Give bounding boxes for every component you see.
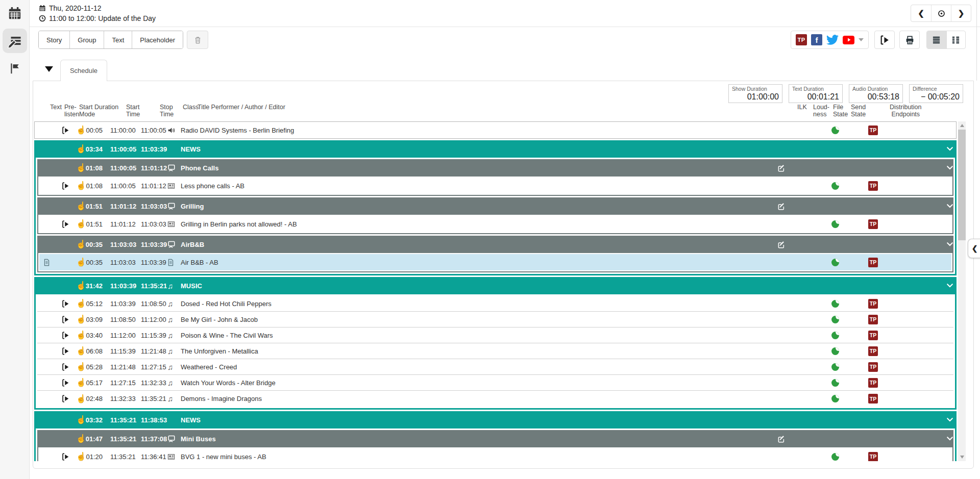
group-header-row[interactable]: ☝31:4211:03:3911:35:21♫MUSIC bbox=[34, 277, 957, 294]
title-cell: Radio DAVID Systems - Berlin Briefing bbox=[181, 122, 294, 138]
stop-time-cell: 11:37:08 bbox=[141, 430, 167, 447]
current-hour-button[interactable] bbox=[931, 5, 951, 21]
collapse-chevron-icon[interactable] bbox=[946, 236, 954, 253]
schedule-item-row[interactable]: ☝01:0811:00:0511:01:12Less phone calls -… bbox=[39, 178, 951, 194]
facebook-icon[interactable]: f bbox=[811, 34, 822, 45]
collapse-chevron-icon: ❮ bbox=[972, 244, 978, 253]
youtube-icon[interactable] bbox=[843, 36, 854, 44]
edit-story-button[interactable] bbox=[777, 159, 785, 177]
schedule-item-row[interactable]: ☝01:5111:01:1211:03:03Grilling in Berlin… bbox=[39, 216, 951, 232]
prelisten-button[interactable] bbox=[62, 359, 69, 374]
collapse-chevron-icon[interactable] bbox=[946, 140, 954, 158]
vertical-scrollbar[interactable] bbox=[958, 121, 966, 461]
duration-cell: 06:08 bbox=[84, 343, 103, 359]
group-header-row[interactable]: ☝03:3211:35:2111:38:53NEWS bbox=[34, 411, 957, 428]
title-cell: Grilling bbox=[181, 197, 204, 215]
insert-group-button[interactable]: Group bbox=[69, 31, 104, 48]
start-playout-button[interactable] bbox=[874, 31, 895, 49]
collapse-chevron-icon[interactable] bbox=[946, 159, 954, 177]
title-cell: BVG 1 - new mini buses - AB bbox=[181, 448, 266, 461]
schedule-group: ☝03:3411:00:0511:03:39NEWS☝01:0811:00:05… bbox=[34, 140, 957, 275]
text-duration-label: Text Duration bbox=[792, 86, 839, 92]
class-music-icon: ♫ bbox=[167, 327, 173, 343]
story-header-row[interactable]: ☝00:3511:03:0311:03:39AirB&B bbox=[37, 236, 953, 253]
send-state-tp-badge: TP bbox=[868, 312, 878, 327]
tp-station-icon[interactable]: TP bbox=[796, 34, 807, 45]
start-time-cell: 11:00:00 bbox=[110, 122, 136, 138]
schedule-item-row[interactable]: ☝03:0911:08:5011:12:00♫Be My Girl - John… bbox=[37, 312, 953, 327]
scroll-down-button[interactable] bbox=[958, 453, 966, 461]
collapse-chevron-icon[interactable] bbox=[946, 411, 954, 428]
sidebar-item-calendar[interactable] bbox=[3, 2, 27, 24]
prelisten-button[interactable] bbox=[62, 375, 69, 390]
schedule-item-row[interactable]: ☝05:1211:03:3911:08:50♫Dosed - Red Hot C… bbox=[37, 296, 953, 312]
schedule-item-row[interactable]: ☝03:4011:12:0011:15:39♫Poison & Wine - T… bbox=[37, 327, 953, 343]
prelisten-button[interactable] bbox=[62, 178, 69, 194]
insert-text-button[interactable]: Text bbox=[104, 31, 132, 48]
prelisten-button[interactable] bbox=[62, 391, 69, 407]
more-targets-dropdown-icon[interactable] bbox=[859, 38, 864, 41]
prelisten-button[interactable] bbox=[62, 122, 69, 138]
print-button[interactable] bbox=[899, 31, 920, 49]
edit-story-button[interactable] bbox=[777, 236, 785, 253]
show-duration-label: Show Duration bbox=[732, 86, 779, 92]
prelisten-button[interactable] bbox=[62, 216, 69, 232]
sidebar-item-rundown[interactable] bbox=[3, 29, 27, 53]
prelisten-button[interactable] bbox=[62, 327, 69, 343]
schedule-item-row[interactable]: ☝01:2011:35:2111:36:41BVG 1 - new mini b… bbox=[39, 448, 951, 461]
schedule-item-row[interactable]: ☝00:3511:03:0311:03:39Air B&B - ABTP bbox=[39, 254, 951, 270]
scroll-up-button[interactable] bbox=[958, 122, 966, 129]
title-cell: NEWS bbox=[181, 140, 201, 158]
send-state-tp-badge: TP bbox=[868, 122, 878, 138]
prelisten-button[interactable] bbox=[62, 343, 69, 359]
schedule-story: ☝01:0811:00:0511:01:12Phone Calls☝01:081… bbox=[37, 159, 953, 196]
prelisten-button[interactable] bbox=[62, 296, 69, 311]
schedule-item-row[interactable]: ☝00:0511:00:0011:00:05Radio DAVID System… bbox=[34, 121, 957, 139]
edit-story-button[interactable] bbox=[777, 430, 785, 447]
collapse-chevron-icon[interactable] bbox=[946, 277, 954, 294]
stop-time-cell: 11:03:39 bbox=[141, 236, 167, 253]
collapse-chevron-icon[interactable] bbox=[946, 430, 954, 447]
column-header-start-time: Start Time bbox=[126, 104, 140, 118]
difference-value: − 00:05:20 bbox=[913, 92, 960, 102]
class-document-icon bbox=[167, 254, 174, 270]
class-music-icon: ♫ bbox=[167, 375, 173, 390]
send-state-tp-badge: TP bbox=[868, 254, 878, 270]
duration-cell: 05:28 bbox=[84, 359, 103, 374]
file-state-ok-indicator bbox=[831, 122, 839, 138]
next-hour-button[interactable]: ❯ bbox=[951, 5, 971, 21]
list-view-button[interactable] bbox=[927, 31, 946, 48]
start-time-cell: 11:35:21 bbox=[110, 411, 136, 428]
schedule-item-row[interactable]: ☝02:4811:32:3311:35:21♫Demons - Imagine … bbox=[37, 391, 953, 407]
insert-placeholder-button[interactable]: Placeholder bbox=[132, 31, 183, 48]
scrollbar-thumb[interactable] bbox=[958, 130, 966, 240]
story-header-row[interactable]: ☝01:5111:01:1211:03:03Grilling bbox=[37, 197, 953, 215]
sidebar-item-flags[interactable] bbox=[3, 57, 27, 80]
schedule-item-row[interactable]: ☝05:2811:21:4811:27:15♫Weathered - Creed… bbox=[37, 359, 953, 375]
show-time-title: 11:00 to 12:00: Update of the Day bbox=[49, 14, 156, 22]
schedule-group: ☝31:4211:03:3911:35:21♫MUSIC☝05:1211:03:… bbox=[34, 277, 957, 410]
audio-duration-label: Audio Duration bbox=[852, 86, 899, 92]
prelisten-button[interactable] bbox=[62, 312, 69, 327]
edit-story-button[interactable] bbox=[777, 197, 785, 215]
column-header-loudness: Loud- ness bbox=[813, 104, 829, 118]
story-header-row[interactable]: ☝01:0811:00:0511:01:12Phone Calls bbox=[37, 159, 953, 177]
expand-side-panel-button[interactable]: ❮ bbox=[968, 239, 980, 258]
class-text-icon bbox=[167, 216, 175, 232]
stop-time-cell: 11:00:05 bbox=[141, 122, 166, 138]
story-header-row[interactable]: ☝01:4711:35:2111:37:08Mini Buses bbox=[37, 430, 953, 447]
twitter-icon[interactable] bbox=[826, 34, 839, 46]
delete-button[interactable] bbox=[187, 31, 208, 49]
insert-story-button[interactable]: Story bbox=[39, 31, 69, 48]
group-header-row[interactable]: ☝03:3411:00:0511:03:39NEWS bbox=[34, 140, 957, 158]
prelisten-button[interactable] bbox=[62, 448, 69, 461]
tab-schedule[interactable]: Schedule bbox=[60, 60, 107, 81]
schedule-item-row[interactable]: ☝06:0811:15:3911:21:48♫The Unforgiven - … bbox=[37, 343, 953, 359]
group-children: ☝01:0811:00:0511:01:12Phone Calls☝01:081… bbox=[34, 158, 957, 275]
collapse-chevron-icon[interactable] bbox=[946, 197, 954, 215]
schedule-item-row[interactable]: ☝05:1711:27:1511:32:33♫Watch Your Words … bbox=[37, 375, 953, 391]
schedule-menu-dropdown[interactable] bbox=[45, 66, 53, 72]
class-story-icon bbox=[167, 236, 176, 253]
detail-view-button[interactable] bbox=[946, 31, 966, 48]
previous-hour-button[interactable]: ❮ bbox=[911, 5, 931, 21]
